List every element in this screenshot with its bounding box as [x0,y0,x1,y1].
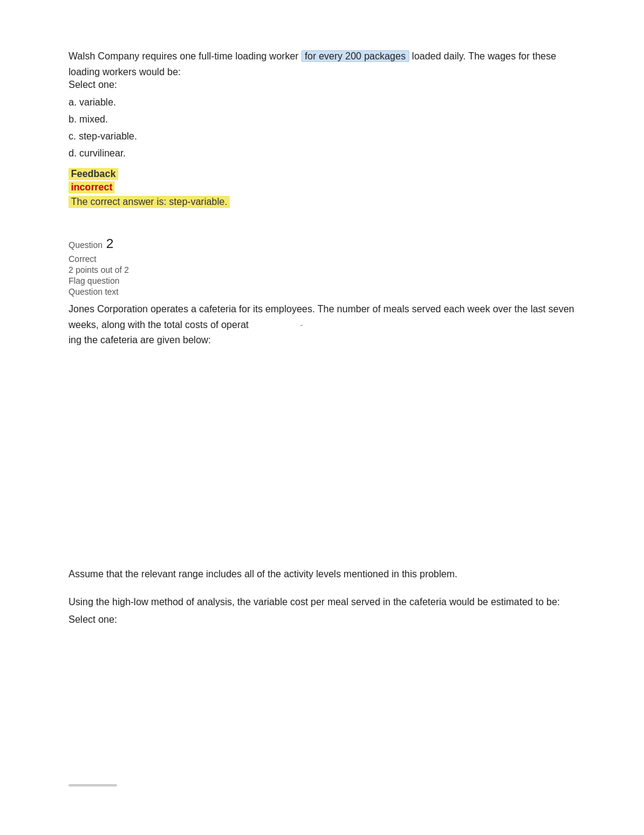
using-text: Using the high-low method of analysis, t… [69,594,575,610]
question2-body: Jones Corporation operates a cafeteria f… [69,301,575,348]
table-area [69,360,575,554]
question1-block: Walsh Company requires one full-time loa… [69,49,575,218]
dash-separator: - [300,320,303,330]
body-part2: ing the cafeteria are given below: [69,335,211,345]
flag-question[interactable]: Flag question [69,276,575,286]
option-c[interactable]: c. step-variable. [69,129,575,144]
body-part1: Jones Corporation operates a cafeteria f… [69,304,574,330]
option-a[interactable]: a. variable. [69,95,575,110]
question1-intro: Walsh Company requires one full-time loa… [69,49,575,79]
option-b[interactable]: b. mixed. [69,112,575,127]
select-one-label-q2: Select one: [69,614,575,625]
feedback-label: Feedback [69,168,118,180]
blank-highlight: for every 200 packages [301,50,409,62]
cafeteria-text-wrapper: Jones Corporation operates a cafeteria f… [69,301,575,348]
bottom-scrollbar[interactable] [69,784,117,786]
correct-status: Correct [69,254,575,264]
feedback-section: Feedback incorrect The correct answer is… [69,168,575,218]
points-text: 2 points out of 2 [69,265,575,275]
correct-answer-text: The correct answer is: step-variable. [69,196,230,208]
result-label: incorrect [69,181,115,193]
question2-header: Question 2 [69,236,575,252]
assume-text: Assume that the relevant range includes … [69,566,575,582]
question2-block: Question 2 Correct 2 points out of 2 Fla… [69,236,575,625]
select-one-label-q1: Select one: [69,79,575,90]
options-list-q1: a. variable. b. mixed. c. step-variable.… [69,95,575,161]
intro-text-part1: Walsh Company requires one full-time loa… [69,51,298,61]
option-d[interactable]: d. curvilinear. [69,146,575,161]
question-number: 2 [106,236,113,252]
question-label: Question [69,240,102,250]
question-text-label: Question text [69,287,575,297]
